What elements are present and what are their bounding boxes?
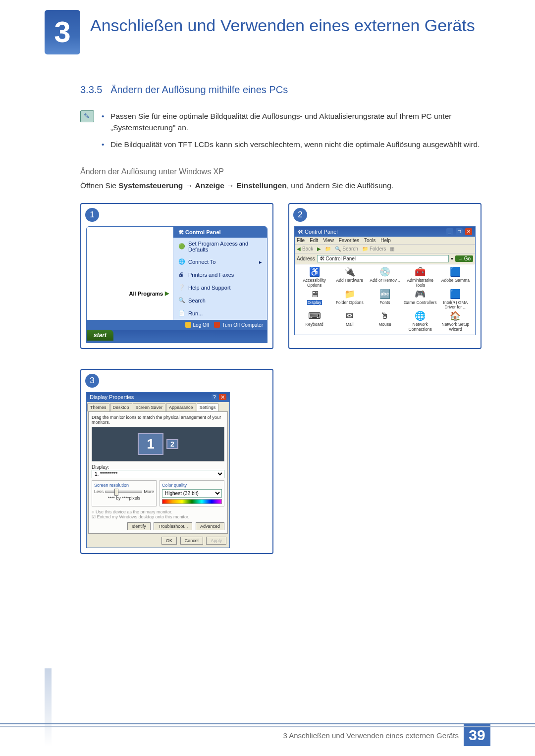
primary-monitor-check[interactable]: ○ Use this device as the primary monitor… — [92, 509, 224, 514]
address-dropdown[interactable]: ▾ — [451, 256, 453, 261]
access-icon: 🟢 — [178, 243, 185, 250]
less-label: Less — [94, 489, 104, 494]
cp-icon-fonts[interactable]: 🔤Fonts — [368, 290, 401, 309]
cp-icon-folder-options[interactable]: 📁Folder Options — [333, 290, 366, 309]
screenshot-2-frame: 2 🛠 Control Panel _ □ ✕ File Edit View F… — [288, 203, 482, 349]
cp-icon-mail[interactable]: ✉Mail — [333, 311, 366, 331]
cp-icon-mouse[interactable]: 🖱Mouse — [368, 311, 401, 331]
resolution-slider[interactable] — [105, 491, 142, 493]
start-menu-item[interactable]: 🔍Search — [173, 294, 267, 307]
control-panel-window: 🛠 Control Panel _ □ ✕ File Edit View Fav… — [294, 226, 476, 335]
footer-text: 3 Anschließen und Verwenden eines extern… — [283, 731, 459, 740]
cp-icon-admin[interactable]: 🧰Administrative Tools — [404, 267, 437, 287]
start-menu-item[interactable]: ❔Help and Support — [173, 281, 267, 294]
adobe-icon: 🟦 — [439, 267, 472, 277]
menu-tools[interactable]: Tools — [364, 238, 375, 243]
window-title: 🛠 Control Panel — [298, 229, 338, 235]
apply-button[interactable]: Apply — [206, 537, 226, 545]
control-panel-icon: 🛠 — [178, 229, 184, 235]
cp-icon-intel[interactable]: 🟦Intel(R) GMA Driver for ... — [439, 290, 472, 309]
start-menu-item[interactable]: 🟢Set Program Access and Defaults — [173, 238, 267, 255]
chapter-number-badge: 3 — [45, 10, 80, 54]
network-icon: 🌐 — [404, 311, 437, 321]
chapter-header: 3 Anschließen und Verwenden eines extern… — [45, 10, 490, 54]
close-button[interactable]: ✕ — [465, 228, 472, 235]
tab-themes[interactable]: Themes — [87, 403, 109, 411]
folderopt-icon: 📁 — [333, 290, 366, 300]
start-button[interactable]: start — [87, 330, 113, 341]
start-menu-item[interactable]: 📄Run... — [173, 307, 267, 320]
tab-screensaver[interactable]: Screen Saver — [133, 403, 166, 411]
back-button[interactable]: ◀Back — [297, 246, 313, 252]
views-button[interactable]: ▦ — [390, 246, 394, 252]
maximize-button[interactable]: □ — [456, 228, 463, 235]
tab-desktop[interactable]: Desktop — [110, 403, 132, 411]
note-block: Passen Sie für eine optimale Bildqualitä… — [45, 110, 490, 155]
section-heading: 3.3.5 Ändern der Auflösung mithilfe eine… — [45, 84, 490, 96]
netsetup-icon: 🏠 — [439, 311, 472, 321]
address-input[interactable]: 🛠 Control Panel — [317, 255, 449, 262]
forward-button[interactable]: ▶ — [317, 246, 321, 252]
monitor-1[interactable]: 1 — [138, 433, 163, 455]
turn-off-button[interactable]: Turn Off Computer — [214, 322, 263, 328]
help-button[interactable]: ? — [212, 394, 217, 400]
advanced-button[interactable]: Advanced — [196, 522, 224, 530]
cp-icon-add-hardware[interactable]: 🔌Add Hardware — [333, 267, 366, 287]
up-icon: 📁 — [325, 246, 331, 252]
admin-icon: 🧰 — [404, 267, 437, 277]
go-button[interactable]: → Go — [455, 255, 473, 262]
all-programs[interactable]: All Programs ▶ — [87, 286, 173, 301]
menu-help[interactable]: Help — [380, 238, 391, 243]
addremove-icon: 💿 — [368, 267, 401, 277]
keyboard-icon: ⌨ — [298, 311, 331, 321]
cp-icon-display[interactable]: 🖥Display — [298, 290, 331, 309]
color-quality-select[interactable]: Highest (32 bit) — [162, 489, 222, 498]
menu-edit[interactable]: Edit — [310, 238, 318, 243]
taskbar: start — [87, 330, 267, 343]
log-off-button[interactable]: Log Off — [185, 322, 210, 328]
menu-bar: File Edit View Favorites Tools Help — [295, 237, 475, 244]
window-title: Display Properties — [90, 394, 134, 401]
ok-button[interactable]: OK — [161, 537, 177, 545]
subsection-heading: Ändern der Auflösung unter Windows XP — [45, 167, 490, 176]
cancel-button[interactable]: Cancel — [180, 537, 203, 545]
cp-icon-adobe[interactable]: 🟦Adobe Gamma — [439, 267, 472, 287]
section-number: 3.3.5 — [80, 84, 102, 95]
menu-favorites[interactable]: Favorites — [339, 238, 359, 243]
cp-icon-netsetup[interactable]: 🏠Network Setup Wizard — [439, 311, 472, 331]
start-menu-control-panel[interactable]: Control Panel — [185, 229, 221, 235]
monitor-arrangement[interactable]: 1 2 — [92, 427, 224, 461]
menu-view[interactable]: View — [323, 238, 334, 243]
tabs: Themes Desktop Screen Saver Appearance S… — [87, 402, 229, 411]
cp-icon-keyboard[interactable]: ⌨Keyboard — [298, 311, 331, 331]
troubleshoot-button[interactable]: Troubleshoot... — [154, 522, 192, 530]
chevron-right-icon: ▸ — [259, 259, 262, 265]
tab-settings[interactable]: Settings — [197, 403, 219, 411]
display-properties-window: Display Properties ? ✕ Themes Desktop Sc… — [86, 392, 230, 548]
monitor-2[interactable]: 2 — [166, 439, 178, 449]
drag-instruction: Drag the monitor icons to match the phys… — [92, 415, 224, 425]
cp-icon-accessibility[interactable]: ♿Accessibility Options — [298, 267, 331, 287]
folders-button[interactable]: 📁Folders — [362, 246, 386, 252]
cp-icon-game[interactable]: 🎮Game Controllers — [404, 290, 437, 309]
extend-desktop-check[interactable]: ☑ Extend my Windows desktop onto this mo… — [92, 514, 224, 519]
chapter-title: Anschließen und Verwenden eines externen… — [90, 10, 475, 36]
screenshot-badge-2: 2 — [293, 208, 307, 222]
intel-icon: 🟦 — [439, 290, 472, 300]
close-button[interactable]: ✕ — [219, 394, 226, 400]
display-icon: 🖥 — [298, 290, 331, 300]
start-menu-item[interactable]: 🖨Printers and Faxes — [173, 268, 267, 281]
tab-appearance[interactable]: Appearance — [166, 403, 196, 411]
identify-button[interactable]: Identify — [127, 522, 151, 530]
display-select[interactable]: 1. ********* — [92, 470, 224, 478]
page-number: 39 — [464, 724, 490, 746]
cp-icon-network[interactable]: 🌐Network Connections — [404, 311, 437, 331]
start-menu-item[interactable]: 🌐Connect To▸ — [173, 255, 267, 268]
menu-file[interactable]: File — [297, 238, 305, 243]
display-label: Display: — [92, 464, 224, 470]
search-icon: 🔍 — [178, 297, 185, 304]
search-button[interactable]: 🔍Search — [335, 246, 358, 252]
minimize-button[interactable]: _ — [446, 228, 453, 235]
cp-icon-add-remove[interactable]: 💿Add or Remov... — [368, 267, 401, 287]
up-button[interactable]: 📁 — [325, 246, 331, 252]
